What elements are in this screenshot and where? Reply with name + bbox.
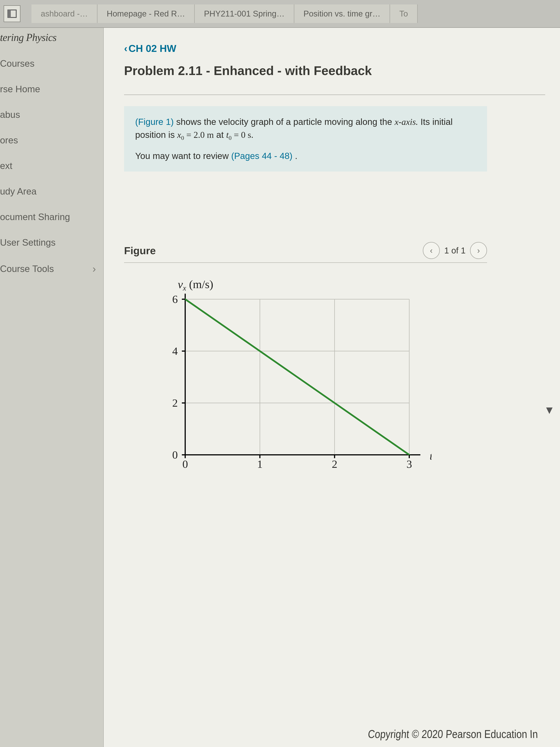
figure-panel: Figure ‹ 1 of 1 › vx (m/s) 02460123t (s): [124, 242, 487, 480]
svg-text:2: 2: [332, 458, 338, 470]
divider: [124, 95, 545, 95]
tab-phy211[interactable]: PHY211-001 Spring…: [195, 4, 294, 23]
problem-statement-box: (Figure 1) shows the velocity graph of a…: [124, 106, 487, 172]
main-content: ‹ CH 02 HW Problem 2.11 - Enhanced - wit…: [104, 28, 560, 747]
figure-header: Figure ‹ 1 of 1 ›: [124, 242, 487, 263]
nav-my-courses[interactable]: Courses: [0, 51, 103, 76]
nav-user-settings[interactable]: User Settings: [0, 230, 103, 255]
back-link-label: CH 02 HW: [129, 43, 176, 54]
side-panel-toggle[interactable]: [4, 5, 20, 22]
nav-syllabus[interactable]: abus: [0, 102, 103, 127]
nav-study-area[interactable]: udy Area: [0, 179, 103, 204]
nav-course-tools[interactable]: Course Tools ›: [0, 255, 103, 282]
review-hint: You may want to review (Pages 44 - 48) .: [135, 150, 476, 162]
nav-label: Course Tools: [0, 263, 54, 274]
chart-svg: 02460123t (s): [154, 294, 431, 479]
svg-text:3: 3: [406, 458, 412, 470]
velocity-graph: vx (m/s) 02460123t (s): [154, 278, 487, 480]
figure-next-button[interactable]: ›: [470, 242, 487, 259]
svg-text:0: 0: [182, 458, 188, 470]
nav-label: ores: [0, 135, 18, 146]
chevron-right-icon: ›: [92, 263, 103, 275]
pages-link[interactable]: (Pages 44 - 48): [231, 151, 292, 161]
figure-ref-link[interactable]: (Figure 1): [135, 117, 174, 127]
tab-homepage[interactable]: Homepage - Red R…: [98, 4, 195, 23]
svg-text:1: 1: [257, 458, 263, 470]
nav-label: ocument Sharing: [0, 212, 70, 222]
figure-label: Figure: [124, 244, 156, 257]
nav-label: ext: [0, 160, 12, 171]
nav-course-home[interactable]: rse Home: [0, 76, 103, 102]
nav-label: abus: [0, 109, 20, 120]
svg-text:t (s): t (s): [430, 450, 431, 462]
nav-etext[interactable]: ext: [0, 153, 103, 179]
chevron-left-icon: ‹: [124, 43, 127, 54]
course-sidebar: tering Physics Courses rse Home abus ore…: [0, 28, 104, 747]
figure-page-indicator: 1 of 1: [444, 246, 465, 256]
problem-title: Problem 2.11 - Enhanced - with Feedback: [124, 63, 545, 78]
figure-prev-button[interactable]: ‹: [423, 242, 440, 259]
tab-position-vs-time[interactable]: Position vs. time gr…: [294, 4, 390, 23]
tab-dashboard[interactable]: ashboard -…: [31, 4, 98, 23]
brand-logo: tering Physics: [0, 30, 103, 51]
chart-y-axis-label: vx (m/s): [178, 278, 487, 292]
nav-label: User Settings: [0, 237, 56, 248]
svg-rect-1: [8, 10, 11, 18]
tab-extra[interactable]: To: [390, 4, 418, 23]
nav-document-sharing[interactable]: ocument Sharing: [0, 204, 103, 230]
nav-label: rse Home: [0, 84, 40, 95]
svg-text:4: 4: [172, 345, 178, 357]
browser-tabstrip: ashboard -… Homepage - Red R… PHY211-001…: [0, 0, 560, 28]
nav-label: Courses: [0, 58, 34, 69]
svg-text:0: 0: [172, 449, 178, 461]
back-link-ch02hw[interactable]: ‹ CH 02 HW: [124, 43, 176, 54]
nav-label: udy Area: [0, 186, 36, 197]
copyright-text: Copyright © 2020 Pearson Education In: [367, 727, 538, 741]
caret-down-icon[interactable]: ▾: [546, 402, 553, 417]
problem-statement: (Figure 1) shows the velocity graph of a…: [135, 115, 476, 142]
svg-text:2: 2: [172, 397, 178, 409]
nav-scores[interactable]: ores: [0, 127, 103, 153]
panel-icon: [7, 9, 17, 19]
figure-pager: ‹ 1 of 1 ›: [423, 242, 487, 259]
svg-text:6: 6: [172, 294, 178, 305]
